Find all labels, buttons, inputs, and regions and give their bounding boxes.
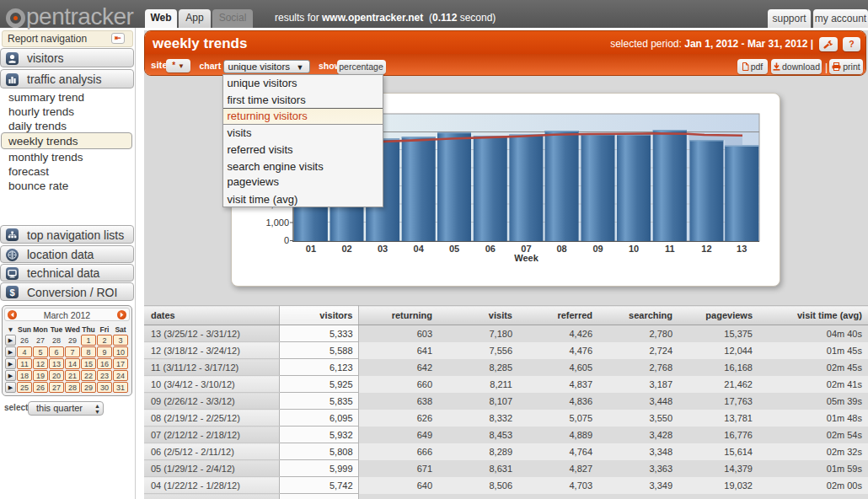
svg-text:12: 12 — [701, 244, 711, 254]
svg-text:11: 11 — [665, 244, 675, 254]
svg-text:05: 05 — [449, 244, 459, 254]
svg-text:03: 03 — [378, 244, 388, 254]
svg-text:10: 10 — [629, 244, 639, 254]
svg-text:04: 04 — [414, 244, 425, 254]
svg-text:1,000: 1,000 — [265, 217, 289, 228]
svg-text:02: 02 — [341, 244, 351, 254]
svg-text:13: 13 — [737, 244, 747, 254]
svg-text:08: 08 — [556, 244, 566, 254]
svg-text:09: 09 — [592, 244, 603, 254]
svg-text:Week: Week — [514, 253, 538, 263]
svg-text:01: 01 — [306, 244, 316, 254]
svg-text:$: $ — [9, 287, 14, 298]
svg-text:06: 06 — [485, 244, 496, 254]
svg-text:0: 0 — [284, 235, 289, 245]
